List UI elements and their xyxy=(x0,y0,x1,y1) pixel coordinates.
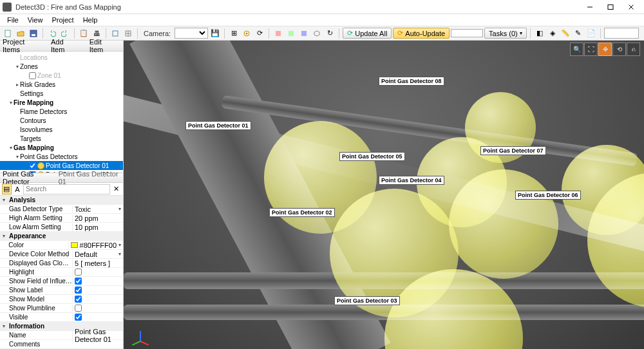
menu-help[interactable]: Help xyxy=(79,15,102,25)
tree-node[interactable]: ▾Gas Mapping xyxy=(0,143,123,152)
minimize-button[interactable] xyxy=(580,0,600,14)
menu-view[interactable]: View xyxy=(23,15,48,25)
prop-checkbox[interactable] xyxy=(75,314,82,321)
prop-value[interactable]: 10 ppm xyxy=(72,223,123,231)
vp-move-icon[interactable]: ✥ xyxy=(598,42,612,56)
tree-node[interactable]: ▾Point Gas Detectors xyxy=(0,152,123,161)
prop-value[interactable]: Default▾ xyxy=(72,250,123,258)
prop-row[interactable]: Show Label xyxy=(0,286,123,295)
tree-node[interactable]: ▾Zones xyxy=(0,62,123,71)
prop-value[interactable] xyxy=(72,296,123,303)
tree-node[interactable]: Isovolumes xyxy=(0,125,123,134)
prop-row[interactable]: Displayed Gas Cloud D…5 [ meters ] xyxy=(0,259,123,268)
3d-viewport[interactable]: Point Gas Detector 01Point Gas Detector … xyxy=(124,41,644,349)
detector-label[interactable]: Point Gas Detector 06 xyxy=(515,191,581,200)
prop-row[interactable]: Show Model xyxy=(0,295,123,304)
property-grid[interactable]: ▾AnalysisGas Detector TypeToxic▾High Ala… xyxy=(0,196,123,349)
prop-value[interactable]: #80FFFF00▾ xyxy=(68,241,123,249)
prop-checkbox[interactable] xyxy=(75,296,82,303)
tree-node[interactable]: Settings xyxy=(0,89,123,98)
prop-value[interactable]: 20 ppm xyxy=(72,214,123,222)
axis-x-icon[interactable] xyxy=(272,28,284,39)
prop-row[interactable]: Comments xyxy=(0,340,123,349)
prop-categorized-icon[interactable]: ▤ xyxy=(2,184,12,194)
tree-node[interactable]: Contours xyxy=(0,116,123,125)
vp-reset-icon[interactable]: ⎌ xyxy=(627,42,640,56)
prop-checkbox[interactable] xyxy=(75,278,82,285)
detector-label[interactable]: Point Gas Detector 02 xyxy=(269,208,335,217)
tree-node[interactable]: Flame Detectors xyxy=(0,107,123,116)
prop-checkbox[interactable] xyxy=(75,305,82,312)
detector-label[interactable]: Point Gas Detector 07 xyxy=(480,146,546,155)
prop-value[interactable] xyxy=(72,305,123,312)
tree-node[interactable]: ▸Risk Grades xyxy=(0,80,123,89)
tasks-button[interactable]: Tasks (0)▾ xyxy=(484,28,527,39)
close-button[interactable] xyxy=(621,0,641,14)
detector-label[interactable]: Point Gas Detector 04 xyxy=(379,176,444,185)
detector-label[interactable]: Point Gas Detector 05 xyxy=(339,152,405,161)
report-icon[interactable]: 📄 xyxy=(585,28,597,39)
view-orbit-icon[interactable] xyxy=(241,28,252,39)
vp-search-icon[interactable]: 🔍 xyxy=(570,42,583,56)
grid-icon[interactable] xyxy=(122,28,134,39)
prop-alpha-icon[interactable]: A xyxy=(13,184,23,194)
tree-node[interactable]: Point Gas Detector 01 xyxy=(0,161,123,170)
auto-update-button[interactable]: ⟳Auto-Update xyxy=(393,28,450,39)
prop-value[interactable]: 5 [ meters ] xyxy=(72,259,123,267)
new-icon[interactable] xyxy=(2,28,14,39)
tree-node[interactable]: Targets xyxy=(0,134,123,143)
menu-file[interactable]: File xyxy=(3,15,23,25)
tool1-icon[interactable]: ◧ xyxy=(534,28,545,39)
detector-label[interactable]: Point Gas Detector 03 xyxy=(334,296,400,305)
vp-rotate-icon[interactable]: ⟲ xyxy=(612,42,626,56)
tree-node[interactable]: Locations xyxy=(0,53,123,62)
prop-row[interactable]: Gas Detector TypeToxic▾ xyxy=(0,205,123,214)
prop-row[interactable]: High Alarm Setting20 ppm xyxy=(0,214,123,223)
spin-icon[interactable]: ↻ xyxy=(324,28,336,39)
camera-combo[interactable] xyxy=(175,28,208,39)
prop-value[interactable] xyxy=(72,314,123,321)
toolbar-search-input[interactable] xyxy=(604,28,639,39)
detector-label[interactable]: Point Gas Detector 01 xyxy=(185,121,251,130)
maximize-button[interactable] xyxy=(600,0,621,14)
vp-zoomfit-icon[interactable]: ⛶ xyxy=(584,42,598,56)
prop-row[interactable]: Highlight xyxy=(0,268,123,277)
tool2-icon[interactable]: ◈ xyxy=(547,28,558,39)
view-refresh-icon[interactable]: ⟳ xyxy=(254,28,265,39)
tree-node[interactable]: ▾Fire Mapping xyxy=(0,98,123,107)
prop-clear-icon[interactable]: ✕ xyxy=(111,184,121,194)
project-tree[interactable]: Locations▾ZonesZone 01▸Risk GradesSettin… xyxy=(0,52,123,173)
axis-iso-icon[interactable] xyxy=(311,28,323,39)
prop-row[interactable]: Show Plumbline xyxy=(0,304,123,313)
detector-label[interactable]: Point Gas Detector 08 xyxy=(379,77,444,86)
prop-row[interactable]: NamePoint Gas Detector 01 xyxy=(0,331,123,340)
view-home-icon[interactable]: ⊞ xyxy=(228,28,240,39)
axis-z-icon[interactable] xyxy=(298,28,310,39)
prop-row[interactable]: Device Color MethodDefault▾ xyxy=(0,250,123,259)
measure-icon[interactable]: 📏 xyxy=(560,28,571,39)
open-icon[interactable] xyxy=(15,28,26,39)
update-all-button[interactable]: ⟳Update All xyxy=(343,28,392,39)
pencil-icon[interactable]: ✎ xyxy=(573,28,584,39)
camera-save-icon[interactable]: 💾 xyxy=(209,28,221,39)
prop-row[interactable]: Low Alarm Setting10 ppm xyxy=(0,223,123,232)
prop-value[interactable] xyxy=(72,269,123,276)
prop-value[interactable] xyxy=(72,278,123,285)
prop-value[interactable] xyxy=(72,287,123,294)
axis-y-icon[interactable] xyxy=(285,28,297,39)
tree-node[interactable]: Zone 01 xyxy=(0,71,123,80)
dropdown-icon[interactable]: ▾ xyxy=(118,206,123,212)
tree-checkbox[interactable] xyxy=(29,72,36,79)
dropdown-icon[interactable]: ▾ xyxy=(118,251,123,257)
tree-checkbox[interactable] xyxy=(29,162,36,169)
prop-row[interactable]: Show Field of Influence xyxy=(0,277,123,286)
prop-row[interactable]: Color#80FFFF00▾ xyxy=(0,241,123,250)
menu-project[interactable]: Project xyxy=(47,15,78,25)
prop-row[interactable]: Visible xyxy=(0,313,123,322)
prop-value[interactable]: Toxic▾ xyxy=(72,205,123,213)
property-search-input[interactable] xyxy=(23,184,110,194)
save-icon[interactable] xyxy=(28,28,39,39)
prop-checkbox[interactable] xyxy=(75,269,82,276)
prop-checkbox[interactable] xyxy=(75,287,82,294)
dropdown-icon[interactable]: ▾ xyxy=(118,242,123,248)
